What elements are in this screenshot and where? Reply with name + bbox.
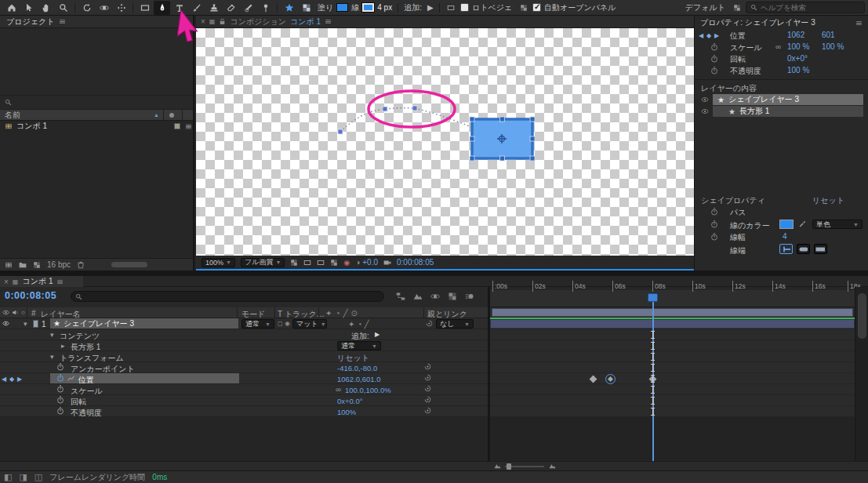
motion-blur-icon[interactable]	[465, 292, 474, 301]
stopwatch-icon[interactable]	[56, 385, 64, 393]
star-icon[interactable]	[281, 1, 297, 15]
twirl-down-icon[interactable]: ▾	[50, 331, 54, 339]
contents-item-label[interactable]: 長方形 1	[739, 106, 769, 117]
timeline-pane-divider[interactable]	[488, 287, 490, 461]
stopwatch-icon[interactable]	[710, 55, 718, 63]
interpret-footage-icon[interactable]	[5, 261, 13, 269]
orbit-camera-tool-icon[interactable]	[96, 1, 112, 15]
panel-menu-icon[interactable]	[325, 18, 332, 25]
zoom-out-mountain-icon[interactable]	[494, 463, 501, 470]
position-x-value[interactable]: 1062	[787, 31, 804, 39]
stroke-width-value[interactable]: 4 px	[377, 3, 392, 12]
project-tab-label[interactable]: プロジェクト	[6, 16, 54, 27]
project-panel-tab[interactable]: プロジェクト	[0, 16, 193, 28]
scale-value[interactable]: 100.0,100.0%	[345, 386, 391, 394]
track-row[interactable]	[490, 351, 855, 362]
pick-whip-icon[interactable]	[424, 407, 431, 414]
frame-blending-icon[interactable]	[448, 292, 457, 301]
stopwatch-icon-active[interactable]	[56, 374, 64, 382]
cap-butt-button[interactable]	[779, 244, 793, 254]
eye-icon[interactable]	[701, 96, 709, 104]
fill-color-swatch[interactable]	[336, 3, 348, 12]
row-opacity[interactable]: 不透明度 100%	[0, 406, 488, 417]
scrollbar-thumb[interactable]	[111, 262, 147, 267]
row-rectangle-1[interactable]: ▸ 長方形 1 通常▼	[0, 340, 488, 351]
row-scale[interactable]: スケール ∞ 100.0,100.0%	[0, 384, 488, 395]
position-value[interactable]: 1062.0,601.0	[337, 375, 380, 383]
composition-viewport[interactable]	[196, 28, 694, 256]
selection-tool-icon[interactable]	[20, 1, 37, 15]
layer-label-color[interactable]	[33, 320, 38, 328]
opacity-value[interactable]: 100 %	[787, 66, 809, 74]
hand-tool-icon[interactable]	[38, 1, 54, 15]
stopwatch-icon[interactable]	[710, 43, 718, 51]
magnification-dropdown[interactable]: 100%▼	[202, 258, 235, 267]
auto-open-panel-label[interactable]: 自動オープンパネル	[544, 2, 616, 13]
checkerboard-toggle-icon[interactable]	[330, 259, 338, 267]
roto-brush-tool-icon[interactable]	[240, 1, 256, 15]
rotobezier-label[interactable]: ロトベジェ	[472, 2, 512, 13]
project-column-header[interactable]: 名前 ▲	[0, 110, 193, 121]
timeline-tab[interactable]: × ▦ コンポ 1	[0, 276, 83, 287]
hide-shy-layers-icon[interactable]	[430, 292, 440, 301]
timeline-empty-area[interactable]	[0, 417, 488, 461]
stopwatch-icon[interactable]	[710, 67, 718, 74]
layer-name-label[interactable]: シェイプレイヤー 3	[64, 318, 134, 329]
group-blend-mode-dropdown[interactable]: 通常▼	[337, 341, 381, 350]
pick-whip-icon[interactable]	[424, 385, 431, 392]
toggle-pane-icon-3[interactable]: ◫	[35, 472, 42, 482]
stopwatch-icon[interactable]	[56, 407, 64, 415]
timeline-track-empty[interactable]	[490, 417, 855, 461]
timeline-scrollbar[interactable]	[855, 287, 868, 461]
row-rotation[interactable]: 回転 0x+0.0°	[0, 395, 488, 406]
project-item-comp1[interactable]: コンポ 1	[0, 121, 193, 132]
contents-item-label[interactable]: シェイプレイヤー 3	[728, 94, 799, 105]
anchor-point-value[interactable]: -416.0,-80.0	[337, 364, 377, 372]
composition-tab-name[interactable]: コンポ 1	[290, 16, 321, 27]
layer-duration-bar[interactable]	[490, 319, 855, 329]
toggle-pane-icon-1[interactable]: ◧	[4, 472, 12, 482]
stroke-color-swatch[interactable]	[779, 220, 794, 229]
track-row[interactable]	[490, 395, 855, 406]
stroke-type-dropdown[interactable]: 単色▼	[812, 220, 863, 229]
cap-square-button[interactable]	[814, 244, 827, 254]
exposure-value[interactable]: +0.0	[362, 258, 378, 267]
track-matte-dropdown[interactable]: マット▼	[292, 319, 327, 329]
puppet-pin-tool-icon[interactable]	[257, 1, 274, 15]
track-row[interactable]	[490, 373, 855, 384]
layer-row-shape-layer-3[interactable]: ▾ 1 ★ シェイプレイヤー 3 通常▼ ◻ ◉ マット▼ ✦◔╱ なし▼	[0, 318, 488, 329]
add-property-button[interactable]: ▶	[425, 1, 436, 15]
stroke-width-value[interactable]: 4	[783, 232, 787, 241]
zoom-in-mountain-icon[interactable]	[549, 463, 556, 470]
work-area-bar[interactable]	[492, 308, 853, 317]
timeline-search-input[interactable]	[85, 291, 344, 303]
project-item-label[interactable]: コンポ 1	[16, 121, 47, 132]
track-row[interactable]	[490, 340, 855, 351]
pick-whip-icon[interactable]	[424, 396, 431, 403]
grid-guides-icon[interactable]	[290, 259, 298, 267]
help-search-box[interactable]	[746, 2, 865, 13]
new-folder-icon[interactable]	[19, 261, 27, 269]
scale-y-value[interactable]: 100 %	[822, 42, 844, 51]
name-column-header[interactable]: 名前	[5, 110, 20, 121]
fill-label[interactable]: 塗り	[318, 2, 333, 13]
stopwatch-icon[interactable]	[710, 208, 718, 216]
trash-icon[interactable]	[77, 261, 85, 269]
toggle-pane-icon-2[interactable]: ◨	[19, 472, 27, 482]
panel-menu-icon[interactable]	[59, 18, 66, 25]
parent-dropdown[interactable]: なし▼	[436, 319, 474, 329]
track-row[interactable]	[490, 362, 855, 373]
twirl-down-icon[interactable]: ▾	[24, 320, 27, 328]
scale-x-value[interactable]: 100 %	[787, 42, 809, 51]
playhead-handle[interactable]	[648, 293, 658, 302]
mask-visibility-icon[interactable]	[303, 259, 311, 267]
stroke-label[interactable]: 線	[351, 2, 359, 13]
snapshot-camera-icon[interactable]	[383, 259, 391, 267]
eye-icon[interactable]	[701, 107, 709, 115]
rotation-value[interactable]: 0x+0°	[787, 54, 808, 63]
region-of-interest-icon[interactable]	[317, 259, 325, 267]
previous-keyframe-icon[interactable]: ◀	[699, 32, 703, 39]
twirl-down-icon[interactable]: ▾	[50, 353, 54, 361]
link-dimensions-icon[interactable]: ∞	[336, 385, 341, 394]
eraser-tool-icon[interactable]	[223, 1, 239, 15]
